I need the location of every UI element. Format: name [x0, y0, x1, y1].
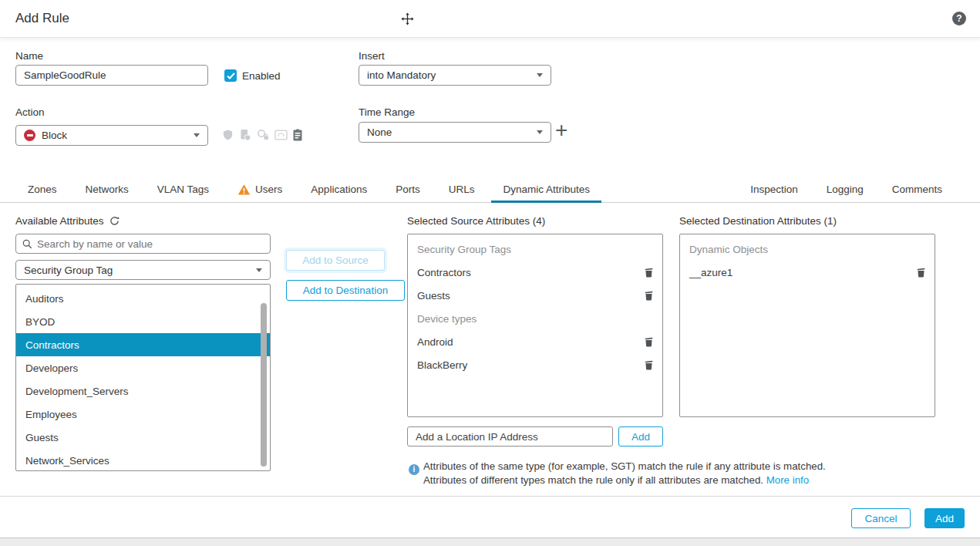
chevron-down-icon	[256, 268, 262, 272]
selected-attribute-row: Guests	[408, 284, 662, 307]
tab-logging[interactable]: Logging	[815, 177, 875, 202]
list-item[interactable]: Development_Servers	[16, 379, 270, 403]
destination-attributes-title: Selected Destination Attributes (1)	[679, 215, 837, 227]
ssl-inspection-icon	[257, 129, 269, 141]
time-range-label: Time Range	[359, 106, 415, 118]
list-item[interactable]: Guests	[16, 426, 270, 449]
trash-icon[interactable]	[643, 335, 655, 348]
search-icon	[22, 239, 32, 249]
add-to-source-button[interactable]: Add to Source	[286, 250, 385, 271]
logging-clipboard-icon[interactable]	[293, 129, 302, 141]
add-location-ip-button[interactable]: Add	[618, 426, 663, 447]
chevron-down-icon	[194, 133, 200, 137]
insert-label: Insert	[359, 50, 385, 62]
action-label: Action	[15, 106, 45, 118]
attribute-group-header: Device types	[408, 307, 662, 330]
info-line-2: Attributes of different types match the …	[423, 474, 763, 486]
available-attributes-title: Available Attributes	[15, 215, 120, 228]
tab-users[interactable]: Users	[226, 177, 294, 202]
list-item[interactable]: Network_Services	[16, 449, 270, 471]
add-to-destination-button[interactable]: Add to Destination	[286, 280, 405, 301]
tab-label: Users	[255, 184, 282, 195]
time-range-select[interactable]: None	[359, 122, 551, 143]
tab-label: Inspection	[750, 184, 798, 195]
name-label: Name	[15, 50, 43, 62]
tab-networks[interactable]: Networks	[74, 177, 140, 202]
dialog-header: Add Rule ?	[0, 0, 980, 37]
cancel-button[interactable]: Cancel	[851, 508, 911, 528]
attribute-type-select[interactable]: Security Group Tag	[15, 260, 271, 280]
tab-label: Ports	[396, 184, 420, 195]
list-item[interactable]: Auditors	[16, 287, 270, 310]
tab-label: URLs	[449, 184, 475, 195]
list-item[interactable]: Employees	[16, 403, 270, 426]
tab-label: Dynamic Attributes	[503, 184, 590, 195]
enabled-checkbox[interactable]	[224, 69, 237, 82]
trash-icon[interactable]	[643, 289, 655, 302]
footer-divider	[0, 496, 980, 497]
tab-applications[interactable]: Applications	[299, 177, 379, 202]
tab-ports[interactable]: Ports	[384, 177, 432, 202]
tab-label: Networks	[86, 184, 129, 195]
action-value: Block	[42, 130, 67, 141]
more-info-link[interactable]: More info	[766, 474, 809, 486]
block-action-icon	[24, 130, 35, 141]
attribute-type-value: Security Group Tag	[24, 265, 113, 276]
chevron-down-icon	[537, 73, 543, 77]
info-line-1: Attributes of the same type (for example…	[423, 460, 826, 472]
attribute-label: BlackBerry	[417, 359, 467, 371]
attribute-label: Android	[417, 336, 453, 348]
list-item[interactable]: BYOD	[16, 310, 270, 333]
tab-dynamic-attributes[interactable]: Dynamic Attributes	[491, 177, 601, 202]
file-policy-icon	[239, 129, 251, 141]
list-items: AuditorsBYODContractorsDevelopersDevelop…	[16, 287, 270, 471]
insert-value: into Mandatory	[367, 69, 436, 81]
tabs-left: ZonesNetworksVLAN TagsUsersApplicationsP…	[16, 177, 601, 202]
trash-icon[interactable]	[915, 266, 927, 278]
rule-option-icons	[222, 129, 302, 141]
attribute-label: Contractors	[417, 267, 471, 278]
selected-source-attributes-panel: Security Group TagsContractorsGuestsDevi…	[407, 234, 663, 417]
selected-attribute-row: __azure1	[680, 261, 935, 284]
add-button[interactable]: Add	[924, 508, 965, 528]
list-item[interactable]: Contractors	[16, 333, 270, 356]
rule-tabbar: ZonesNetworksVLAN TagsUsersApplicationsP…	[0, 177, 980, 203]
tab-inspection[interactable]: Inspection	[739, 177, 810, 202]
enabled-label: Enabled	[242, 70, 281, 82]
tab-label: Applications	[311, 184, 367, 195]
refresh-icon[interactable]	[109, 216, 120, 228]
action-select[interactable]: Block	[15, 125, 208, 146]
tab-label: VLAN Tags	[157, 184, 209, 195]
attribute-label: __azure1	[689, 267, 732, 278]
selected-attribute-row: BlackBerry	[408, 353, 662, 376]
time-range-value: None	[367, 126, 392, 138]
search-input[interactable]	[37, 238, 264, 250]
move-icon[interactable]	[401, 12, 414, 25]
warning-icon	[237, 184, 251, 196]
chevron-down-icon	[537, 130, 543, 134]
tab-vlan-tags[interactable]: VLAN Tags	[146, 177, 221, 202]
help-icon[interactable]: ?	[952, 12, 966, 25]
insert-select[interactable]: into Mandatory	[359, 65, 551, 86]
tab-label: Logging	[827, 184, 864, 195]
info-icon: i	[409, 464, 419, 475]
add-time-range-icon[interactable]: +	[555, 120, 567, 141]
selected-destination-attributes-panel: Dynamic Objects__azure1	[679, 234, 935, 417]
tab-zones[interactable]: Zones	[16, 177, 69, 202]
intrusion-shield-icon	[222, 129, 234, 141]
tab-label: Zones	[28, 184, 57, 195]
attribute-label: Guests	[417, 290, 450, 302]
tab-comments[interactable]: Comments	[881, 177, 954, 202]
tab-urls[interactable]: URLs	[437, 177, 487, 202]
selected-attribute-row: Android	[408, 330, 662, 353]
source-attributes-title: Selected Source Attributes (4)	[407, 215, 545, 227]
trash-icon[interactable]	[643, 266, 655, 278]
scrollbar-thumb[interactable]	[261, 303, 267, 467]
location-ip-input[interactable]	[407, 426, 613, 447]
tabs-right: InspectionLoggingComments	[739, 177, 954, 202]
available-attributes-list: AuditorsBYODContractorsDevelopersDevelop…	[15, 284, 271, 471]
tab-label: Comments	[892, 184, 942, 195]
list-item[interactable]: Developers	[16, 356, 270, 379]
name-input[interactable]	[15, 65, 208, 86]
trash-icon[interactable]	[643, 359, 655, 371]
